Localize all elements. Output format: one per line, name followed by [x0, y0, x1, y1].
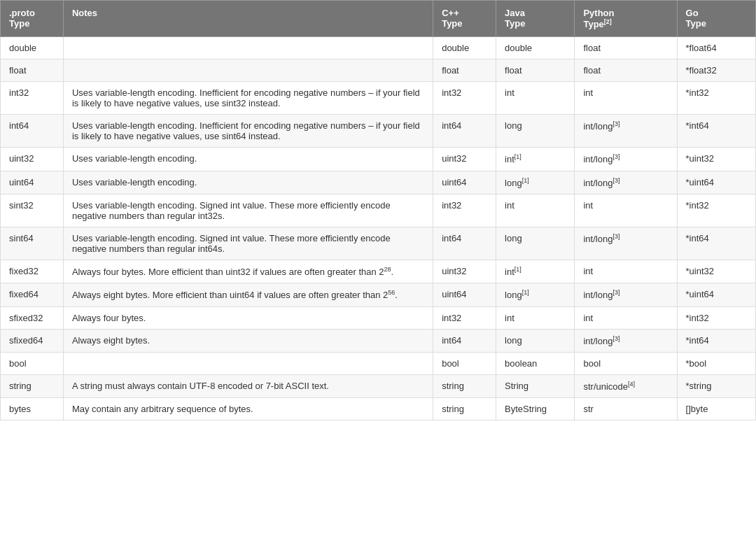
cell-cpp: int32 — [433, 82, 496, 115]
cell-go: *uint64 — [677, 283, 755, 306]
cell-java: long[1] — [496, 171, 575, 194]
cell-cpp: int64 — [433, 115, 496, 148]
cell-python: float — [575, 37, 677, 59]
cell-notes: Uses variable-length encoding. — [63, 148, 433, 171]
cell-cpp: uint64 — [433, 283, 496, 306]
cell-notes: A string must always contain UTF-8 encod… — [63, 374, 433, 397]
cell-python: int — [575, 260, 677, 283]
cell-go: []byte — [677, 398, 755, 420]
cell-cpp: double — [433, 37, 496, 59]
cell-proto: bytes — [1, 398, 64, 420]
cell-python: int/long[3] — [575, 227, 677, 260]
table-row: stringA string must always contain UTF-8… — [1, 374, 756, 397]
cell-notes: Uses variable-length encoding. Signed in… — [63, 194, 433, 227]
cell-python: str — [575, 398, 677, 420]
header-go: GoType — [677, 1, 755, 37]
table-row: uint64Uses variable-length encoding.uint… — [1, 171, 756, 194]
cell-cpp: int64 — [433, 227, 496, 260]
cell-go: *uint32 — [677, 260, 755, 283]
cell-java: double — [496, 37, 575, 59]
cell-proto: fixed32 — [1, 260, 64, 283]
cell-proto: int32 — [1, 82, 64, 115]
cell-cpp: int64 — [433, 329, 496, 352]
cell-python: int/long[3] — [575, 329, 677, 352]
cell-cpp: string — [433, 374, 496, 397]
cell-python: int/long[3] — [575, 171, 677, 194]
cell-python: int/long[3] — [575, 115, 677, 148]
table-row: uint32Uses variable-length encoding.uint… — [1, 148, 756, 171]
cell-java: boolean — [496, 352, 575, 374]
cell-proto: uint32 — [1, 148, 64, 171]
header-proto: .protoType — [1, 1, 64, 37]
cell-python: float — [575, 59, 677, 82]
cell-notes — [63, 37, 433, 59]
cell-cpp: bool — [433, 352, 496, 374]
cell-notes: Always eight bytes. More efficient than … — [63, 283, 433, 306]
cell-java: float — [496, 59, 575, 82]
table-row: floatfloatfloatfloat*float32 — [1, 59, 756, 82]
table-row: sint32Uses variable-length encoding. Sig… — [1, 194, 756, 227]
cell-python: int — [575, 194, 677, 227]
header-java: JavaType — [496, 1, 575, 37]
cell-proto: sfixed64 — [1, 329, 64, 352]
cell-go: *int64 — [677, 329, 755, 352]
cell-proto: uint64 — [1, 171, 64, 194]
cell-notes: May contain any arbitrary sequence of by… — [63, 398, 433, 420]
cell-python: str/unicode[4] — [575, 374, 677, 397]
proto-type-table: .protoType Notes C++Type JavaType Python… — [0, 0, 756, 420]
cell-go: *int32 — [677, 82, 755, 115]
cell-go: *int64 — [677, 227, 755, 260]
header-cpp: C++Type — [433, 1, 496, 37]
cell-java: String — [496, 374, 575, 397]
cell-proto: double — [1, 37, 64, 59]
cell-go: *uint64 — [677, 171, 755, 194]
cell-java: long — [496, 115, 575, 148]
cell-proto: sfixed32 — [1, 306, 64, 329]
table-row: sfixed32Always four bytes.int32intint*in… — [1, 306, 756, 329]
cell-proto: sint32 — [1, 194, 64, 227]
table-row: fixed32Always four bytes. More efficient… — [1, 260, 756, 283]
cell-cpp: int32 — [433, 306, 496, 329]
cell-proto: int64 — [1, 115, 64, 148]
cell-java: int[1] — [496, 260, 575, 283]
cell-go: *int64 — [677, 115, 755, 148]
cell-python: int — [575, 306, 677, 329]
cell-cpp: float — [433, 59, 496, 82]
cell-notes — [63, 352, 433, 374]
cell-cpp: string — [433, 398, 496, 420]
cell-python: int — [575, 82, 677, 115]
cell-java: int — [496, 194, 575, 227]
table-row: sint64Uses variable-length encoding. Sig… — [1, 227, 756, 260]
cell-notes: Always eight bytes. — [63, 329, 433, 352]
cell-cpp: uint32 — [433, 148, 496, 171]
table-row: int32Uses variable-length encoding. Inef… — [1, 82, 756, 115]
cell-go: *int32 — [677, 306, 755, 329]
cell-java: long[1] — [496, 283, 575, 306]
cell-go: *string — [677, 374, 755, 397]
table-header-row: .protoType Notes C++Type JavaType Python… — [1, 1, 756, 37]
cell-go: *int32 — [677, 194, 755, 227]
cell-java: int[1] — [496, 148, 575, 171]
cell-java: int — [496, 306, 575, 329]
cell-proto: string — [1, 374, 64, 397]
cell-python: int/long[3] — [575, 283, 677, 306]
cell-proto: float — [1, 59, 64, 82]
table-row: sfixed64Always eight bytes.int64longint/… — [1, 329, 756, 352]
cell-notes: Always four bytes. — [63, 306, 433, 329]
cell-cpp: uint32 — [433, 260, 496, 283]
cell-proto: bool — [1, 352, 64, 374]
cell-proto: sint64 — [1, 227, 64, 260]
cell-java: long — [496, 227, 575, 260]
table-row: boolboolbooleanbool*bool — [1, 352, 756, 374]
cell-notes: Uses variable-length encoding. Inefficie… — [63, 82, 433, 115]
cell-cpp: uint64 — [433, 171, 496, 194]
cell-notes: Uses variable-length encoding. — [63, 171, 433, 194]
cell-notes: Uses variable-length encoding. Inefficie… — [63, 115, 433, 148]
cell-java: ByteString — [496, 398, 575, 420]
table-row: fixed64Always eight bytes. More efficien… — [1, 283, 756, 306]
cell-python: int/long[3] — [575, 148, 677, 171]
cell-java: int — [496, 82, 575, 115]
cell-go: *float64 — [677, 37, 755, 59]
cell-java: long — [496, 329, 575, 352]
table-row: bytesMay contain any arbitrary sequence … — [1, 398, 756, 420]
